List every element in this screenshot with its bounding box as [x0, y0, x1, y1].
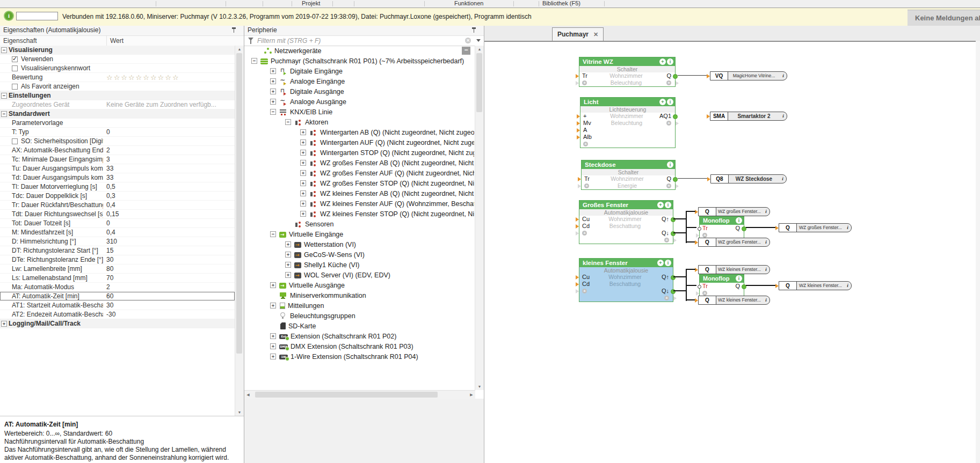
output-node-q[interactable]: QWZ großes Fenster...i [698, 207, 770, 216]
filter-dropdown-icon[interactable] [476, 39, 481, 42]
expand-icon[interactable]: + [300, 211, 306, 217]
info-icon[interactable]: i [763, 238, 770, 246]
info-icon[interactable]: i [665, 260, 671, 266]
tree-item[interactable]: +Mitteilungen [244, 300, 474, 311]
info-icon[interactable]: i [844, 224, 851, 232]
tree-item[interactable]: +Analoge Ausgänge [244, 97, 474, 107]
block-grosses-fenster[interactable]: Großes Fenster+i Automatikjalousie CuWoh… [579, 200, 673, 244]
checkbox-icon[interactable] [12, 65, 18, 71]
output-node-q[interactable]: QWZ kleines Fenster...i [698, 296, 770, 305]
output-node-q[interactable]: QWZ kleines Fenster...i [698, 265, 770, 274]
property-row[interactable]: D: Himmelsrichtung [°]310 [0, 237, 235, 246]
info-icon[interactable]: i [780, 72, 787, 80]
input-connector-icon[interactable] [577, 114, 580, 119]
tree-item[interactable]: +Shelly1 Küche (VI) [244, 260, 474, 270]
target-icon[interactable]: + [657, 260, 664, 266]
block-monoflop[interactable]: Monoflopi TrQ + [699, 274, 744, 297]
block-monoflop[interactable]: Monoflopi TrQ + [699, 216, 744, 239]
tree-item[interactable]: −Virtuelle Eingänge [244, 229, 474, 239]
tree-item[interactable]: −Aktoren [244, 117, 474, 127]
menu-projekt[interactable]: Projekt [302, 0, 320, 7]
tree-item[interactable]: +WZ großes Fenster AB (Q) (Nicht zugeord… [244, 158, 474, 168]
expand-icon[interactable]: + [300, 150, 306, 156]
add-output-icon[interactable]: + [664, 296, 669, 300]
tree-item[interactable]: +1W1-Wire Extension (Schaltschrank R01 P… [244, 351, 474, 362]
input-connector-icon[interactable] [576, 74, 579, 78]
property-row[interactable]: AT2: Endezeit Automatik-Beschattu...-30 [0, 310, 235, 319]
property-row[interactable]: DT: Richtungstoleranz Start [°]15 [0, 246, 235, 255]
block-steckdose[interactable]: Steckdosei Schalter TrWohnzimmerQ +Energ… [581, 160, 676, 190]
status-search-input[interactable] [16, 12, 58, 20]
expand-icon[interactable]: + [300, 190, 306, 196]
collapse-all-button[interactable]: − [462, 47, 470, 55]
add-input-icon[interactable]: + [584, 183, 589, 188]
block-vitrine-wz[interactable]: Vitrine WZ+i Schalter TrWohnzimmerQ +Bel… [579, 57, 676, 87]
property-section[interactable]: −Visualisierung [0, 46, 235, 55]
expand-icon[interactable]: + [270, 78, 276, 84]
tree-item[interactable]: +Analoge Eingänge [244, 76, 474, 86]
tree-item[interactable]: +Wetterstation (VI) [244, 239, 474, 249]
collapse-icon[interactable]: − [1, 111, 7, 117]
block-licht[interactable]: Licht+i Lichtsteuerung +WohnzimmerAQ1 Mv… [580, 97, 676, 148]
input-connector-icon[interactable] [578, 177, 581, 181]
property-row[interactable]: Tu: Dauer Ausgangsimpuls komplet...33 [0, 164, 235, 173]
output-node-q[interactable]: QWZ großes Fenster...i [779, 223, 852, 232]
column-wert[interactable]: Wert [107, 36, 244, 46]
input-connector-icon[interactable] [576, 217, 579, 222]
property-section[interactable]: −Standardwert [0, 109, 235, 119]
property-row[interactable]: AX: Automatik-Beschattung Endzus...2 [0, 146, 235, 155]
expand-icon[interactable]: + [270, 282, 276, 288]
add-input-icon[interactable]: + [582, 289, 587, 293]
property-row[interactable]: Tot: Dauer Totzeit [s]0 [0, 219, 235, 228]
info-icon[interactable]: i [667, 99, 673, 105]
property-row[interactable]: Ma: Automatik-Modus2 [0, 283, 235, 292]
tree-item[interactable]: +WZ kleines Fenster AB (Q) (Nicht zugeor… [244, 188, 474, 199]
property-row[interactable]: Zugeordnetes GerätKeine Geräte zum Zuord… [0, 100, 235, 109]
tree-item[interactable]: +WZ großes Fenster AUF (Q) (Nicht zugeor… [244, 168, 474, 178]
output-node-q8[interactable]: Q8WZ Steckdosei [710, 174, 787, 183]
target-icon[interactable]: + [659, 99, 666, 105]
target-icon[interactable]: + [659, 58, 666, 65]
output-connector-icon[interactable] [671, 289, 676, 294]
pin-icon[interactable] [231, 27, 236, 33]
property-row[interactable]: Tc: Minimale Dauer Eingangsimpuls...3 [0, 155, 235, 164]
add-input-icon[interactable]: + [702, 291, 707, 296]
expand-icon[interactable]: + [1, 321, 7, 327]
menu-bibliothek[interactable]: Bibliothek (F5) [542, 0, 580, 7]
program-canvas[interactable]: Puchmayr✕ Vitrine WZ+i Schalter TrWohnzi… [484, 26, 980, 463]
tree-item[interactable]: +WOL Server (VI) (EDV, EDV) [244, 270, 474, 280]
tree-item[interactable]: +Digitale Eingänge [244, 66, 474, 76]
expand-icon[interactable]: + [285, 272, 291, 278]
tree-item[interactable]: +WZ großes Fenster STOP (Q) (Nicht zugeo… [244, 178, 474, 188]
tree-item[interactable]: SD-Karte [244, 321, 474, 331]
messages-button[interactable]: Keine Meldungen al [908, 10, 980, 26]
tree-item[interactable]: −KNX/EIB Linie [244, 107, 474, 117]
scroll-right-icon[interactable]: ▶ [468, 391, 475, 399]
input-connector-icon[interactable] [577, 128, 580, 133]
property-row[interactable]: Bewertung☆☆☆☆☆☆☆☆☆☆ [0, 73, 235, 82]
expand-icon[interactable]: + [270, 354, 276, 359]
tree-item[interactable]: +Wintergarten AUF (Q) (Nicht zugeordnet,… [244, 137, 474, 148]
properties-scrollbar[interactable]: ▲ ▼ [235, 46, 244, 416]
tree-item[interactable]: +Virtuelle Ausgänge [244, 280, 474, 290]
collapse-icon[interactable]: − [1, 93, 7, 99]
tree-item[interactable]: +Wintergarten STOP (Q) (Nicht zugeordnet… [244, 148, 474, 158]
inverted-input-icon[interactable] [698, 285, 701, 289]
expand-icon[interactable]: + [300, 129, 306, 135]
tree-item[interactable]: Sensoren [244, 219, 474, 229]
tree-item[interactable]: +WZ kleines Fenster STOP (Q) (Nicht zuge… [244, 209, 474, 219]
info-icon[interactable]: i [763, 208, 770, 216]
target-icon[interactable]: + [657, 202, 664, 208]
add-output-icon[interactable]: + [666, 80, 671, 85]
property-row[interactable]: Parametervorlage [0, 119, 235, 128]
property-row[interactable]: M: Mindestfahrzeit [s]0,4 [0, 228, 235, 237]
property-row[interactable]: Lw: Lamellenbreite [mm]80 [0, 264, 235, 274]
clear-filter-icon[interactable]: ✕ [465, 38, 471, 43]
info-icon[interactable]: i [844, 282, 851, 290]
info-icon[interactable]: i [780, 112, 787, 120]
expand-icon[interactable]: + [300, 139, 306, 145]
expand-icon[interactable]: + [270, 68, 276, 74]
collapse-icon[interactable]: − [1, 47, 7, 53]
input-connector-icon[interactable] [576, 282, 579, 286]
property-row[interactable]: Tr: Dauer Rückfahrt/Beschattungspo...0,4 [0, 201, 235, 210]
